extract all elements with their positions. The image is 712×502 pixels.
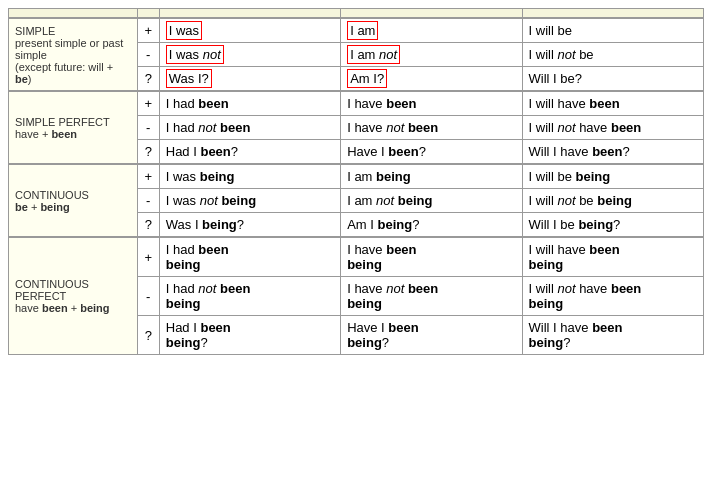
past-cell: I was not being [159, 189, 340, 213]
sign-cell: + [137, 237, 159, 277]
past-cell: Was I? [159, 67, 340, 92]
sign-cell: + [137, 164, 159, 189]
past-cell: Had I been? [159, 140, 340, 165]
present-cell: I have not beenbeing [341, 277, 522, 316]
present-cell: Have I been? [341, 140, 522, 165]
present-cell: I am not being [341, 189, 522, 213]
past-cell: I was not [159, 43, 340, 67]
grammar-table: SIMPLEpresent simple or past simple(exce… [8, 8, 704, 355]
sign-cell: ? [137, 140, 159, 165]
present-cell: Am I? [341, 67, 522, 92]
category-cell: CONTINUOUSbe + being [9, 164, 138, 237]
category-cell: CONTINUOUS PERFECThave been + being [9, 237, 138, 355]
present-cell: I have not been [341, 116, 522, 140]
present-cell: I am [341, 18, 522, 43]
future-cell: Will I be? [522, 67, 703, 92]
header-category [9, 9, 138, 19]
future-cell: Will I have beenbeing? [522, 316, 703, 355]
present-cell: I am not [341, 43, 522, 67]
past-cell: Had I beenbeing? [159, 316, 340, 355]
future-cell: Will I have been? [522, 140, 703, 165]
future-cell: I will have been [522, 91, 703, 116]
present-cell: I have been [341, 91, 522, 116]
present-cell: Am I being? [341, 213, 522, 238]
future-cell: I will not have been [522, 116, 703, 140]
future-cell: I will not have beenbeing [522, 277, 703, 316]
future-cell: I will not be [522, 43, 703, 67]
past-cell: I had not beenbeing [159, 277, 340, 316]
past-cell: Was I being? [159, 213, 340, 238]
table-row: CONTINUOUSbe + being+I was beingI am bei… [9, 164, 704, 189]
future-cell: I will be [522, 18, 703, 43]
header-future [522, 9, 703, 19]
header-row [9, 9, 704, 19]
sign-cell: - [137, 189, 159, 213]
category-cell: SIMPLE PERFECThave + been [9, 91, 138, 164]
present-cell: Have I beenbeing? [341, 316, 522, 355]
past-cell: I was [159, 18, 340, 43]
past-cell: I had not been [159, 116, 340, 140]
future-cell: Will I be being? [522, 213, 703, 238]
sign-cell: + [137, 91, 159, 116]
header-past [159, 9, 340, 19]
sign-cell: - [137, 277, 159, 316]
table-row: SIMPLEpresent simple or past simple(exce… [9, 18, 704, 43]
future-cell: I will be being [522, 164, 703, 189]
table-row: CONTINUOUS PERFECThave been + being+I ha… [9, 237, 704, 277]
future-cell: I will have beenbeing [522, 237, 703, 277]
present-cell: I am being [341, 164, 522, 189]
past-cell: I was being [159, 164, 340, 189]
past-cell: I had beenbeing [159, 237, 340, 277]
sign-cell: + [137, 18, 159, 43]
sign-cell: ? [137, 67, 159, 92]
table-row: SIMPLE PERFECThave + been+I had beenI ha… [9, 91, 704, 116]
category-cell: SIMPLEpresent simple or past simple(exce… [9, 18, 138, 91]
future-cell: I will not be being [522, 189, 703, 213]
header-sign [137, 9, 159, 19]
sign-cell: - [137, 116, 159, 140]
sign-cell: ? [137, 213, 159, 238]
sign-cell: - [137, 43, 159, 67]
present-cell: I have beenbeing [341, 237, 522, 277]
past-cell: I had been [159, 91, 340, 116]
sign-cell: ? [137, 316, 159, 355]
header-present [341, 9, 522, 19]
